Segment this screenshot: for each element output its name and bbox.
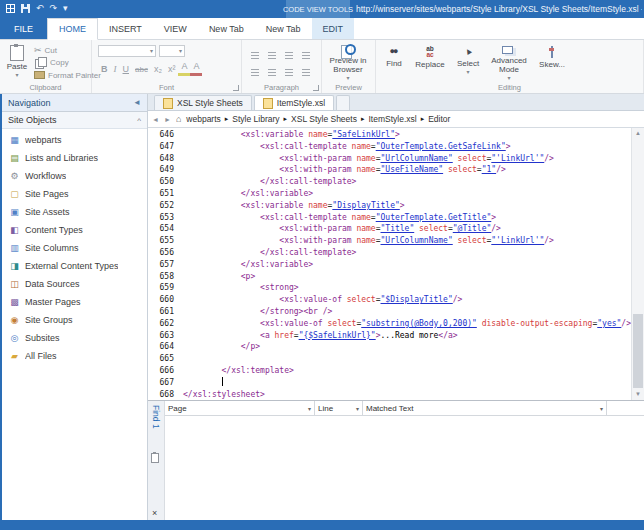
ribbon-tab-new-tab[interactable]: New Tab bbox=[198, 18, 255, 39]
sidebar-item-site-pages[interactable]: ▢Site Pages bbox=[0, 185, 147, 203]
preview-in-browser-button[interactable]: Preview in Browser ▾ bbox=[324, 42, 372, 81]
indent-icon[interactable] bbox=[300, 50, 312, 60]
editor-code[interactable]: <xsl:variable name="SafeLinkUrl"> <xsl:c… bbox=[179, 128, 631, 400]
scroll-up-icon[interactable]: ▲ bbox=[632, 128, 644, 139]
sidebar-item-site-assets[interactable]: ▣Site Assets bbox=[0, 203, 147, 221]
code-editor[interactable]: 6466476486496506516526536546556566576586… bbox=[148, 128, 644, 400]
collapse-section-icon[interactable]: ^ bbox=[137, 116, 141, 125]
bullets-icon[interactable] bbox=[249, 50, 261, 60]
undo-icon[interactable]: ↶ bbox=[36, 3, 44, 13]
ribbon-tab-insert[interactable]: INSERT bbox=[98, 18, 153, 39]
font-size-combo[interactable]: ▾ bbox=[159, 45, 185, 57]
document-tab-itemstyle-xsl[interactable]: ItemStyle.xsl bbox=[254, 95, 334, 110]
home-icon[interactable]: ⌂ bbox=[176, 114, 181, 124]
customize-quick-access-icon[interactable]: ▾ bbox=[63, 3, 68, 13]
code-line[interactable]: <xsl:with-param name="UrlColumnName" sel… bbox=[183, 153, 631, 165]
site-objects-header[interactable]: Site Objects ^ bbox=[0, 112, 147, 129]
sidebar-item-master-pages[interactable]: ▩Master Pages bbox=[0, 293, 147, 311]
code-line[interactable]: </xsl:call-template> bbox=[183, 247, 631, 259]
font-color-button[interactable]: A bbox=[190, 60, 202, 76]
sidebar-item-all-files[interactable]: ▰All Files bbox=[0, 347, 147, 365]
code-line[interactable]: </xsl:template> bbox=[183, 365, 631, 377]
code-line[interactable]: <xsl:variable name="DisplayTitle"> bbox=[183, 200, 631, 212]
borders-icon[interactable] bbox=[300, 67, 312, 77]
sidebar-item-content-types[interactable]: ◧Content Types bbox=[0, 221, 147, 239]
save-icon[interactable] bbox=[21, 4, 30, 13]
code-line[interactable] bbox=[183, 353, 631, 365]
select-button[interactable]: ▲ Select ▾ bbox=[450, 42, 486, 81]
code-line[interactable] bbox=[183, 377, 631, 389]
align-right-icon[interactable] bbox=[283, 67, 295, 77]
tab-stub[interactable] bbox=[336, 95, 350, 110]
code-line[interactable]: <xsl:with-param name="UrlColumnName" sel… bbox=[183, 235, 631, 247]
superscript-button[interactable]: x² bbox=[165, 63, 179, 76]
replace-button[interactable]: abac Replace bbox=[410, 42, 450, 81]
font-family-combo[interactable]: ▾ bbox=[98, 45, 156, 57]
close-find-panel-icon[interactable]: × bbox=[152, 509, 157, 518]
sidebar-item-site-groups[interactable]: ◉Site Groups bbox=[0, 311, 147, 329]
find-results[interactable] bbox=[165, 416, 644, 520]
code-line[interactable]: </xsl:stylesheet> bbox=[183, 389, 631, 400]
skewer-click-button[interactable]: Skew... bbox=[532, 42, 572, 81]
italic-button[interactable]: I bbox=[111, 63, 120, 76]
code-line[interactable]: <a href="{$SafeLinkUrl}">...Read more</a… bbox=[183, 330, 631, 342]
sidebar-item-site-columns[interactable]: ▥Site Columns bbox=[0, 239, 147, 257]
breadcrumb-item-xsl-style-sheets[interactable]: XSL Style Sheets bbox=[291, 114, 357, 124]
sidebar-item-lists-and-libraries[interactable]: ▤Lists and Libraries bbox=[0, 149, 147, 167]
sidebar-item-data-sources[interactable]: ◫Data Sources bbox=[0, 275, 147, 293]
code-line[interactable]: </xsl:variable> bbox=[183, 188, 631, 200]
strikethrough-button[interactable]: abc bbox=[132, 63, 151, 76]
find-column-page[interactable]: Page▾ bbox=[165, 401, 315, 415]
find-column-matched-text[interactable]: Matched Text▾ bbox=[363, 401, 607, 415]
code-line[interactable]: </strong><br /> bbox=[183, 306, 631, 318]
sidebar-item-external-content-types[interactable]: ◨External Content Types bbox=[0, 257, 147, 275]
forward-icon[interactable]: ► bbox=[164, 116, 171, 123]
breadcrumb-item-style-library[interactable]: Style Library bbox=[232, 114, 279, 124]
ribbon-tab-new-tab[interactable]: New Tab bbox=[255, 18, 312, 39]
find-column-line[interactable]: Line▾ bbox=[315, 401, 363, 415]
outdent-icon[interactable] bbox=[283, 50, 295, 60]
breadcrumb-item-editor[interactable]: Editor bbox=[428, 114, 450, 124]
ribbon-tab-home[interactable]: HOME bbox=[47, 18, 98, 40]
back-icon[interactable]: ◄ bbox=[152, 116, 159, 123]
code-line[interactable]: </xsl:call-template> bbox=[183, 176, 631, 188]
code-line[interactable]: <xsl:call-template name="OuterTemplate.G… bbox=[183, 212, 631, 224]
code-line[interactable]: </p> bbox=[183, 341, 631, 353]
code-line[interactable]: </xsl:variable> bbox=[183, 259, 631, 271]
breadcrumb-item-webparts[interactable]: webparts bbox=[186, 114, 221, 124]
code-line[interactable]: <strong> bbox=[183, 282, 631, 294]
collapse-pane-icon[interactable]: ◄ bbox=[133, 98, 141, 107]
underline-button[interactable]: U bbox=[120, 63, 133, 76]
code-line[interactable]: <p> bbox=[183, 271, 631, 283]
code-line[interactable]: <xsl:call-template name="OuterTemplate.G… bbox=[183, 141, 631, 153]
advanced-mode-button[interactable]: Advanced Mode ▾ bbox=[486, 42, 532, 81]
code-line[interactable]: <xsl:with-param name="Title" select="@Ti… bbox=[183, 223, 631, 235]
align-center-icon[interactable] bbox=[266, 67, 278, 77]
sidebar-item-workflows[interactable]: ⚙Workflows bbox=[0, 167, 147, 185]
paste-button[interactable]: Paste ▾ bbox=[2, 42, 32, 81]
find-panel-tab[interactable]: Find 1 bbox=[151, 405, 161, 429]
breadcrumb-item-itemstyle-xsl[interactable]: ItemStyle.xsl bbox=[368, 114, 416, 124]
sidebar-item-subsites[interactable]: ◎Subsites bbox=[0, 329, 147, 347]
scrollbar-thumb[interactable] bbox=[633, 314, 643, 388]
app-icon[interactable] bbox=[6, 4, 15, 13]
editor-scrollbar[interactable]: ▲ ▼ bbox=[631, 128, 644, 400]
code-line[interactable]: <xsl:with-param name="UseFileName" selec… bbox=[183, 164, 631, 176]
numbering-icon[interactable] bbox=[266, 50, 278, 60]
document-tab-xsl-style-sheets[interactable]: XSL Style Sheets bbox=[154, 95, 252, 110]
subscript-button[interactable]: x₂ bbox=[151, 63, 165, 76]
clipboard-icon[interactable] bbox=[151, 453, 159, 463]
code-line[interactable]: <xsl:value-of select="substring(@Body,0,… bbox=[183, 318, 631, 330]
code-line[interactable]: <xsl:variable name="SafeLinkUrl"> bbox=[183, 129, 631, 141]
redo-icon[interactable]: ↷ bbox=[50, 3, 58, 13]
code-line[interactable]: <xsl:value-of select="$DisplayTitle"/> bbox=[183, 294, 631, 306]
highlight-color-button[interactable]: A bbox=[178, 60, 190, 76]
find-button[interactable]: ●● Find bbox=[378, 42, 410, 81]
ribbon-tab-file[interactable]: FILE bbox=[0, 18, 47, 39]
scroll-down-icon[interactable]: ▼ bbox=[632, 389, 644, 400]
ribbon-tab-edit[interactable]: EDIT bbox=[312, 18, 355, 39]
ribbon-tab-view[interactable]: VIEW bbox=[153, 18, 198, 39]
sidebar-item-webparts[interactable]: ▦webparts bbox=[0, 131, 147, 149]
align-left-icon[interactable] bbox=[249, 67, 261, 77]
bold-button[interactable]: B bbox=[98, 63, 111, 76]
